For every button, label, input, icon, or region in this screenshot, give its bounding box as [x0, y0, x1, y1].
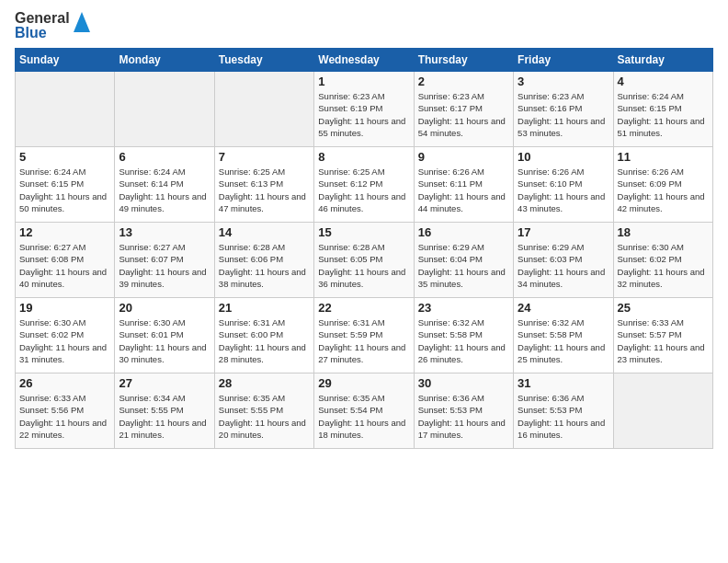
weekday-header-wednesday: Wednesday: [314, 49, 414, 72]
day-number: 24: [518, 301, 609, 315]
weekday-header-friday: Friday: [514, 49, 613, 72]
logo-triangle-icon: [74, 12, 90, 36]
day-info: Sunrise: 6:27 AMSunset: 6:07 PMDaylight:…: [119, 241, 210, 290]
day-info: Sunrise: 6:31 AMSunset: 5:59 PMDaylight:…: [318, 316, 409, 365]
day-info: Sunrise: 6:23 AMSunset: 6:16 PMDaylight:…: [518, 90, 609, 139]
calendar-table: SundayMondayTuesdayWednesdayThursdayFrid…: [15, 48, 713, 449]
day-number: 17: [518, 225, 609, 239]
day-number: 29: [318, 376, 409, 390]
day-info: Sunrise: 6:32 AMSunset: 5:58 PMDaylight:…: [418, 316, 509, 365]
calendar-container: General Blue SundayMondayTuesdayWednesda…: [0, 0, 728, 456]
calendar-cell: 23Sunrise: 6:32 AMSunset: 5:58 PMDayligh…: [414, 298, 513, 373]
calendar-cell: 27Sunrise: 6:34 AMSunset: 5:55 PMDayligh…: [115, 373, 214, 449]
day-info: Sunrise: 6:31 AMSunset: 6:00 PMDaylight:…: [219, 316, 310, 365]
day-number: 4: [618, 75, 709, 88]
day-number: 28: [219, 376, 310, 390]
calendar-cell: 16Sunrise: 6:29 AMSunset: 6:04 PMDayligh…: [414, 223, 513, 298]
day-number: 20: [119, 301, 210, 315]
day-info: Sunrise: 6:36 AMSunset: 5:53 PMDaylight:…: [518, 392, 609, 441]
day-number: 19: [19, 301, 110, 315]
day-info: Sunrise: 6:25 AMSunset: 6:13 PMDaylight:…: [219, 166, 310, 214]
day-number: 30: [418, 376, 509, 390]
day-number: 21: [219, 301, 310, 315]
day-info: Sunrise: 6:35 AMSunset: 5:55 PMDaylight:…: [219, 392, 310, 441]
calendar-cell: 7Sunrise: 6:25 AMSunset: 6:13 PMDaylight…: [214, 147, 313, 223]
day-info: Sunrise: 6:33 AMSunset: 5:56 PMDaylight:…: [19, 392, 110, 441]
weekday-header-thursday: Thursday: [414, 49, 513, 72]
calendar-cell: 19Sunrise: 6:30 AMSunset: 6:02 PMDayligh…: [16, 298, 115, 373]
calendar-cell: 8Sunrise: 6:25 AMSunset: 6:12 PMDaylight…: [314, 147, 414, 223]
day-number: 15: [318, 225, 409, 239]
day-info: Sunrise: 6:35 AMSunset: 5:54 PMDaylight:…: [318, 392, 409, 441]
week-row-3: 12Sunrise: 6:27 AMSunset: 6:08 PMDayligh…: [16, 223, 713, 298]
weekday-header-row: SundayMondayTuesdayWednesdayThursdayFrid…: [16, 49, 713, 72]
day-number: 26: [19, 376, 110, 390]
logo-blue: Blue: [15, 26, 70, 40]
day-number: 8: [318, 150, 409, 164]
day-info: Sunrise: 6:24 AMSunset: 6:15 PMDaylight:…: [618, 90, 709, 139]
day-number: 31: [518, 376, 609, 390]
calendar-cell: 6Sunrise: 6:24 AMSunset: 6:14 PMDaylight…: [115, 147, 214, 223]
day-number: 16: [418, 225, 509, 239]
day-info: Sunrise: 6:24 AMSunset: 6:14 PMDaylight:…: [119, 166, 210, 214]
day-info: Sunrise: 6:29 AMSunset: 6:04 PMDaylight:…: [418, 241, 509, 290]
day-info: Sunrise: 6:27 AMSunset: 6:08 PMDaylight:…: [19, 241, 110, 290]
calendar-cell: [214, 72, 313, 147]
day-number: 13: [119, 225, 210, 239]
calendar-cell: 9Sunrise: 6:26 AMSunset: 6:11 PMDaylight…: [414, 147, 513, 223]
day-number: 9: [418, 150, 509, 164]
week-row-5: 26Sunrise: 6:33 AMSunset: 5:56 PMDayligh…: [16, 373, 713, 449]
calendar-cell: 21Sunrise: 6:31 AMSunset: 6:00 PMDayligh…: [214, 298, 313, 373]
calendar-cell: 17Sunrise: 6:29 AMSunset: 6:03 PMDayligh…: [514, 223, 613, 298]
day-info: Sunrise: 6:30 AMSunset: 6:01 PMDaylight:…: [119, 316, 210, 365]
day-number: 23: [418, 301, 509, 315]
calendar-cell: 10Sunrise: 6:26 AMSunset: 6:10 PMDayligh…: [514, 147, 613, 223]
day-number: 11: [618, 150, 709, 164]
weekday-header-saturday: Saturday: [613, 49, 712, 72]
day-number: 27: [119, 376, 210, 390]
calendar-cell: 3Sunrise: 6:23 AMSunset: 6:16 PMDaylight…: [514, 72, 613, 147]
day-info: Sunrise: 6:28 AMSunset: 6:05 PMDaylight:…: [318, 241, 409, 290]
day-info: Sunrise: 6:23 AMSunset: 6:19 PMDaylight:…: [318, 90, 409, 139]
day-info: Sunrise: 6:30 AMSunset: 6:02 PMDaylight:…: [19, 316, 110, 365]
day-info: Sunrise: 6:23 AMSunset: 6:17 PMDaylight:…: [418, 90, 509, 139]
calendar-cell: 22Sunrise: 6:31 AMSunset: 5:59 PMDayligh…: [314, 298, 414, 373]
day-info: Sunrise: 6:26 AMSunset: 6:10 PMDaylight:…: [518, 166, 609, 214]
calendar-cell: [16, 72, 115, 147]
day-info: Sunrise: 6:33 AMSunset: 5:57 PMDaylight:…: [618, 316, 709, 365]
calendar-cell: [613, 373, 712, 449]
header: General Blue: [15, 11, 713, 40]
weekday-header-tuesday: Tuesday: [214, 49, 313, 72]
calendar-cell: 2Sunrise: 6:23 AMSunset: 6:17 PMDaylight…: [414, 72, 513, 147]
day-number: 10: [518, 150, 609, 164]
day-info: Sunrise: 6:24 AMSunset: 6:15 PMDaylight:…: [19, 166, 110, 214]
calendar-cell: 13Sunrise: 6:27 AMSunset: 6:07 PMDayligh…: [115, 223, 214, 298]
calendar-cell: 29Sunrise: 6:35 AMSunset: 5:54 PMDayligh…: [314, 373, 414, 449]
day-info: Sunrise: 6:30 AMSunset: 6:02 PMDaylight:…: [618, 241, 709, 290]
week-row-2: 5Sunrise: 6:24 AMSunset: 6:15 PMDaylight…: [16, 147, 713, 223]
calendar-cell: 20Sunrise: 6:30 AMSunset: 6:01 PMDayligh…: [115, 298, 214, 373]
calendar-cell: 15Sunrise: 6:28 AMSunset: 6:05 PMDayligh…: [314, 223, 414, 298]
day-info: Sunrise: 6:26 AMSunset: 6:09 PMDaylight:…: [618, 166, 709, 214]
day-number: 7: [219, 150, 310, 164]
day-number: 14: [219, 225, 310, 239]
calendar-cell: 31Sunrise: 6:36 AMSunset: 5:53 PMDayligh…: [514, 373, 613, 449]
day-number: 12: [19, 225, 110, 239]
day-number: 5: [19, 150, 110, 164]
calendar-cell: 24Sunrise: 6:32 AMSunset: 5:58 PMDayligh…: [514, 298, 613, 373]
svg-marker-0: [74, 12, 90, 32]
day-info: Sunrise: 6:28 AMSunset: 6:06 PMDaylight:…: [219, 241, 310, 290]
weekday-header-sunday: Sunday: [16, 49, 115, 72]
day-number: 6: [119, 150, 210, 164]
week-row-4: 19Sunrise: 6:30 AMSunset: 6:02 PMDayligh…: [16, 298, 713, 373]
day-info: Sunrise: 6:34 AMSunset: 5:55 PMDaylight:…: [119, 392, 210, 441]
calendar-cell: 11Sunrise: 6:26 AMSunset: 6:09 PMDayligh…: [613, 147, 712, 223]
calendar-cell: 28Sunrise: 6:35 AMSunset: 5:55 PMDayligh…: [214, 373, 313, 449]
day-info: Sunrise: 6:29 AMSunset: 6:03 PMDaylight:…: [518, 241, 609, 290]
day-number: 1: [318, 75, 409, 88]
day-number: 25: [618, 301, 709, 315]
day-number: 2: [418, 75, 509, 88]
calendar-cell: 30Sunrise: 6:36 AMSunset: 5:53 PMDayligh…: [414, 373, 513, 449]
day-info: Sunrise: 6:36 AMSunset: 5:53 PMDaylight:…: [418, 392, 509, 441]
logo-general: General: [15, 11, 70, 26]
